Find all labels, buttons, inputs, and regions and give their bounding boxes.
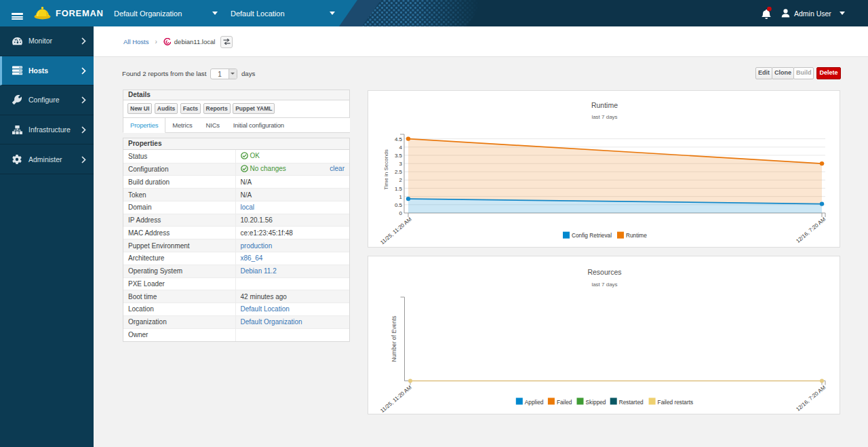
svg-text:1: 1 — [399, 194, 403, 200]
svg-text:12/16, 7:20 AM: 12/16, 7:20 AM — [795, 216, 827, 244]
svg-text:Skipped: Skipped — [586, 399, 606, 406]
svg-text:Time in Seconds: Time in Seconds — [383, 149, 389, 189]
svg-text:0.5: 0.5 — [395, 202, 403, 208]
svg-text:11/25, 11:20 AM: 11/25, 11:20 AM — [379, 216, 413, 246]
svg-text:Number of Events: Number of Events — [391, 315, 397, 362]
svg-text:2.5: 2.5 — [395, 169, 403, 175]
svg-text:Failed restarts: Failed restarts — [658, 399, 694, 406]
svg-text:2: 2 — [399, 177, 403, 183]
svg-text:11/25, 11:20 AM: 11/25, 11:20 AM — [379, 384, 413, 414]
svg-text:4: 4 — [399, 144, 403, 151]
svg-text:3: 3 — [399, 161, 403, 167]
svg-text:Restarted: Restarted — [619, 399, 644, 406]
svg-text:Failed: Failed — [557, 399, 572, 406]
svg-text:Runtime: Runtime — [626, 232, 647, 239]
svg-text:last 7 days: last 7 days — [591, 281, 617, 288]
svg-text:3.5: 3.5 — [395, 153, 403, 159]
svg-text:1.5: 1.5 — [395, 186, 403, 192]
svg-text:4.5: 4.5 — [395, 136, 403, 142]
svg-text:last 7 days: last 7 days — [591, 114, 617, 120]
svg-text:0: 0 — [399, 210, 403, 216]
svg-text:Resources: Resources — [587, 268, 621, 276]
svg-text:Applied: Applied — [525, 399, 544, 406]
svg-text:Runtime: Runtime — [591, 101, 618, 109]
svg-text:12/16, 7:20 AM: 12/16, 7:20 AM — [795, 384, 827, 412]
svg-text:Config Retrieval: Config Retrieval — [572, 232, 612, 239]
